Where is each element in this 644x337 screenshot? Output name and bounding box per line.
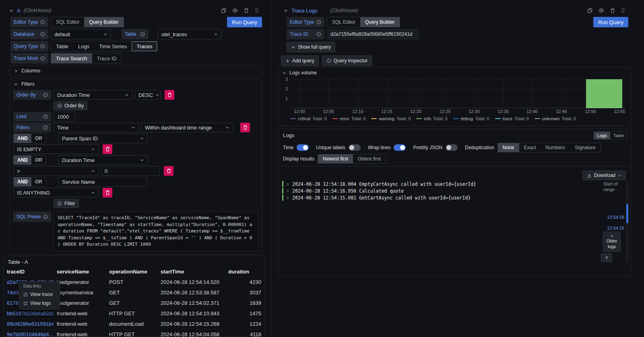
- query-builder-option[interactable]: Query Builder: [360, 17, 399, 27]
- order-direction-select[interactable]: DESC: [135, 90, 161, 100]
- trace-search-option[interactable]: Trace Search: [51, 53, 92, 63]
- log-row[interactable]: 2024-06-28 12:54:16.956 Calculated quote: [282, 188, 594, 194]
- dedup-exact-option[interactable]: Exact: [519, 143, 541, 152]
- legend-item[interactable]: trace Total: 0: [495, 116, 529, 121]
- filter-field-select[interactable]: Time: [54, 123, 139, 132]
- query-builder-option[interactable]: Query Builder: [84, 17, 123, 27]
- filter-value-select[interactable]: Within dashboard time range: [141, 123, 233, 132]
- remove-filter-button[interactable]: [103, 188, 112, 197]
- query-type-table[interactable]: Table: [51, 41, 73, 51]
- trace-id-option[interactable]: Trace ID: [92, 53, 122, 63]
- or-option[interactable]: OR: [31, 156, 46, 164]
- dedup-none-option[interactable]: None: [498, 143, 519, 152]
- eye-icon[interactable]: [232, 8, 238, 13]
- scroll-to-top-button[interactable]: [601, 253, 612, 262]
- or-option[interactable]: OR: [31, 177, 46, 186]
- column-header-operationname[interactable]: operationName: [106, 267, 157, 277]
- older-logs-button[interactable]: Older logs: [603, 232, 621, 252]
- log-row[interactable]: 2024-06-28 12:54:15.081 GetCartAsync cal…: [282, 195, 594, 201]
- query-type-traces[interactable]: Traces: [132, 41, 157, 51]
- sql-editor-option[interactable]: SQL Editor: [51, 17, 84, 27]
- add-query-button[interactable]: Add query: [281, 55, 319, 66]
- logs-volume-header[interactable]: Logs volume: [278, 67, 631, 76]
- remove-filter-button[interactable]: [164, 166, 173, 176]
- show-full-query-button[interactable]: Show full query: [287, 42, 335, 52]
- info-icon[interactable]: [43, 214, 48, 219]
- trace-id-link[interactable]: 9e7b5f0104646d4...: [7, 331, 54, 337]
- dedup-signature-option[interactable]: Signature: [570, 143, 600, 152]
- info-icon[interactable]: [40, 32, 45, 37]
- condition-2-value-input[interactable]: 0: [101, 166, 160, 176]
- info-icon[interactable]: [43, 92, 48, 97]
- newest-first-option[interactable]: Newest first: [318, 154, 353, 163]
- database-select[interactable]: default: [51, 29, 111, 39]
- prettify-json-toggle[interactable]: [446, 144, 458, 151]
- dedup-numbers-option[interactable]: Numbers: [541, 143, 570, 152]
- condition-3-operator-select[interactable]: IS ANYTHING: [13, 188, 99, 197]
- drag-handle-icon[interactable]: [621, 8, 625, 13]
- info-icon[interactable]: [40, 56, 45, 61]
- column-header-starttime[interactable]: startTime: [157, 267, 225, 277]
- copy-icon[interactable]: [221, 8, 226, 13]
- run-query-button[interactable]: Run Query: [593, 17, 628, 27]
- chevron-right-icon[interactable]: [286, 196, 289, 199]
- columns-section[interactable]: Columns: [10, 65, 262, 76]
- condition-1-field-select[interactable]: Parent Span ID: [58, 134, 148, 143]
- query-type-timeseries[interactable]: Time Series: [94, 41, 132, 51]
- legend-item[interactable]: debug Total: 0: [453, 116, 489, 121]
- legend-item[interactable]: critical Total: 0: [290, 116, 327, 121]
- info-icon[interactable]: [316, 32, 321, 37]
- order-by-field-select[interactable]: Duration Time: [54, 90, 132, 100]
- legend-item[interactable]: info Total: 3: [416, 116, 447, 121]
- and-option[interactable]: AND: [14, 156, 31, 164]
- condition-2-operator-select[interactable]: >: [13, 166, 99, 176]
- unique-labels-toggle[interactable]: [349, 144, 361, 151]
- or-option[interactable]: OR: [31, 134, 46, 143]
- table-select[interactable]: otel_traces: [158, 29, 221, 39]
- legend-item[interactable]: unknown Total: 0: [535, 116, 576, 121]
- drag-handle-icon[interactable]: [255, 8, 259, 13]
- query-inspector-button[interactable]: Query inspector: [322, 55, 372, 66]
- legend-item[interactable]: warning Total: 0: [371, 116, 411, 121]
- remove-filter-button[interactable]: [240, 123, 250, 132]
- trace-id-link[interactable]: bb5167b236bfa82d1...: [7, 310, 54, 316]
- view-trace-menu-item[interactable]: View trace: [21, 290, 58, 299]
- trash-icon[interactable]: [610, 8, 615, 13]
- pane-divider[interactable]: [271, 0, 271, 337]
- time-toggle[interactable]: [297, 144, 309, 151]
- chevron-down-icon[interactable]: [282, 71, 287, 75]
- info-icon[interactable]: [40, 20, 45, 25]
- wrap-lines-toggle[interactable]: [394, 144, 406, 151]
- remove-order-by-button[interactable]: [165, 90, 174, 100]
- chevron-down-icon[interactable]: [283, 8, 288, 13]
- logs-scrollbar-thumb[interactable]: [626, 204, 628, 223]
- limit-input[interactable]: 1000: [54, 112, 75, 121]
- info-icon[interactable]: [316, 20, 321, 25]
- column-header-servicename[interactable]: serviceName: [54, 267, 106, 277]
- eye-icon[interactable]: [599, 8, 604, 13]
- remove-filter-button[interactable]: [103, 144, 112, 154]
- column-header-traceid[interactable]: traceID: [4, 267, 54, 277]
- chevron-right-icon[interactable]: [286, 183, 289, 186]
- condition-3-field-select[interactable]: Service Name: [58, 177, 148, 187]
- trace-id-link[interactable]: 89cf4286e631591b4...: [7, 321, 54, 327]
- info-icon[interactable]: [43, 125, 48, 130]
- query-title[interactable]: Trace Logs: [291, 8, 318, 14]
- add-filter-button[interactable]: Filter: [54, 199, 79, 208]
- log-row[interactable]: 2024-06-28 12:54:18.004 EmptyCartAsync c…: [282, 181, 594, 187]
- info-icon[interactable]: [43, 114, 48, 119]
- filters-section-header[interactable]: Filters: [10, 79, 262, 89]
- trace-id-input[interactable]: d2a7155ef6a928a05680e5ff6190241d: [327, 29, 419, 39]
- copy-icon[interactable]: [587, 8, 592, 13]
- chevron-down-icon[interactable]: [9, 8, 14, 13]
- chevron-right-icon[interactable]: [286, 189, 289, 193]
- logs-view-option[interactable]: Logs: [594, 132, 610, 139]
- condition-2-field-select[interactable]: Duration Time: [58, 155, 148, 165]
- query-ref-id[interactable]: A: [17, 8, 21, 14]
- and-option[interactable]: AND: [14, 134, 31, 143]
- chevron-down-icon[interactable]: [14, 82, 18, 86]
- download-button[interactable]: Download: [582, 171, 626, 180]
- column-header-duration[interactable]: duration: [225, 267, 264, 277]
- info-icon[interactable]: [40, 44, 45, 49]
- run-query-button[interactable]: Run Query: [227, 17, 262, 27]
